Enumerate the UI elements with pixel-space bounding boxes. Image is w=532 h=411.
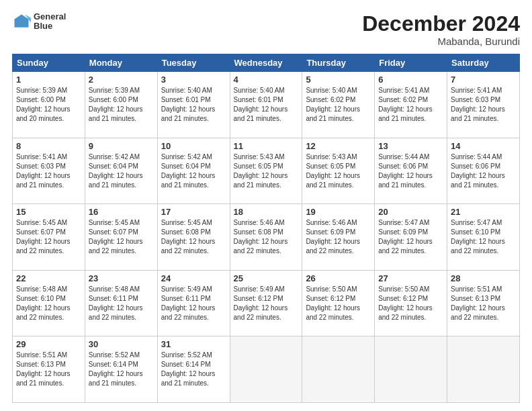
cell-info: Sunrise: 5:46 AMSunset: 6:09 PMDaylight:…: [306, 218, 371, 256]
table-row: 28Sunrise: 5:51 AMSunset: 6:13 PMDayligh…: [447, 270, 520, 336]
table-row: 26Sunrise: 5:50 AMSunset: 6:12 PMDayligh…: [302, 270, 375, 336]
day-number: 1: [16, 75, 81, 85]
calendar-week-row: 15Sunrise: 5:45 AMSunset: 6:07 PMDayligh…: [13, 204, 520, 271]
day-number: 5: [306, 75, 371, 85]
table-row: 20Sunrise: 5:47 AMSunset: 6:09 PMDayligh…: [375, 204, 447, 271]
col-sunday: Sunday: [13, 54, 85, 72]
col-wednesday: Wednesday: [230, 54, 302, 72]
table-row: 25Sunrise: 5:49 AMSunset: 6:12 PMDayligh…: [230, 270, 302, 336]
day-number: 27: [378, 273, 443, 283]
cell-info: Sunrise: 5:41 AMSunset: 6:03 PMDaylight:…: [451, 86, 516, 124]
cell-info: Sunrise: 5:43 AMSunset: 6:05 PMDaylight:…: [306, 152, 371, 190]
cell-info: Sunrise: 5:41 AMSunset: 6:02 PMDaylight:…: [378, 86, 443, 124]
logo: General Blue: [12, 12, 66, 32]
day-number: 14: [451, 141, 516, 151]
table-row: [375, 336, 447, 403]
day-number: 29: [16, 339, 81, 349]
cell-info: Sunrise: 5:51 AMSunset: 6:13 PMDaylight:…: [451, 285, 516, 322]
day-number: 22: [16, 273, 81, 283]
table-row: 8Sunrise: 5:41 AMSunset: 6:03 PMDaylight…: [13, 138, 85, 204]
logo-text: General Blue: [34, 12, 66, 32]
day-number: 20: [378, 207, 443, 217]
day-number: 7: [451, 75, 516, 85]
day-number: 25: [234, 273, 299, 283]
table-row: 14Sunrise: 5:44 AMSunset: 6:06 PMDayligh…: [447, 138, 520, 204]
calendar-week-row: 1Sunrise: 5:39 AMSunset: 6:00 PMDaylight…: [13, 72, 520, 138]
cell-info: Sunrise: 5:40 AMSunset: 6:01 PMDaylight:…: [234, 86, 299, 124]
day-number: 6: [378, 75, 443, 85]
day-number: 24: [161, 273, 226, 283]
cell-info: Sunrise: 5:52 AMSunset: 6:14 PMDaylight:…: [89, 351, 154, 388]
page: General Blue December 2024 Mabanda, Buru…: [0, 0, 532, 411]
table-row: 11Sunrise: 5:43 AMSunset: 6:05 PMDayligh…: [230, 138, 302, 204]
cell-info: Sunrise: 5:39 AMSunset: 6:00 PMDaylight:…: [16, 86, 81, 124]
col-thursday: Thursday: [302, 54, 375, 72]
table-row: 21Sunrise: 5:47 AMSunset: 6:10 PMDayligh…: [447, 204, 520, 271]
table-row: 18Sunrise: 5:46 AMSunset: 6:08 PMDayligh…: [230, 204, 302, 271]
location-subtitle: Mabanda, Burundi: [362, 36, 520, 47]
day-number: 30: [89, 339, 154, 349]
table-row: 31Sunrise: 5:52 AMSunset: 6:14 PMDayligh…: [157, 336, 230, 403]
day-number: 16: [89, 207, 154, 217]
col-friday: Friday: [375, 54, 447, 72]
table-row: 23Sunrise: 5:48 AMSunset: 6:11 PMDayligh…: [85, 270, 157, 336]
col-tuesday: Tuesday: [157, 54, 230, 72]
day-number: 4: [234, 75, 299, 85]
table-row: 10Sunrise: 5:42 AMSunset: 6:04 PMDayligh…: [157, 138, 230, 204]
cell-info: Sunrise: 5:47 AMSunset: 6:09 PMDaylight:…: [378, 218, 443, 256]
day-number: 12: [306, 141, 371, 151]
table-row: 6Sunrise: 5:41 AMSunset: 6:02 PMDaylight…: [375, 72, 447, 138]
calendar-table: Sunday Monday Tuesday Wednesday Thursday…: [12, 54, 520, 403]
cell-info: Sunrise: 5:45 AMSunset: 6:08 PMDaylight:…: [161, 218, 226, 256]
day-number: 8: [16, 141, 81, 151]
day-number: 13: [378, 141, 443, 151]
table-row: 16Sunrise: 5:45 AMSunset: 6:07 PMDayligh…: [85, 204, 157, 271]
day-number: 9: [89, 141, 154, 151]
cell-info: Sunrise: 5:41 AMSunset: 6:03 PMDaylight:…: [16, 152, 81, 190]
day-number: 11: [234, 141, 299, 151]
day-number: 23: [89, 273, 154, 283]
table-row: 4Sunrise: 5:40 AMSunset: 6:01 PMDaylight…: [230, 72, 302, 138]
cell-info: Sunrise: 5:46 AMSunset: 6:08 PMDaylight:…: [234, 218, 299, 256]
cell-info: Sunrise: 5:50 AMSunset: 6:12 PMDaylight:…: [306, 285, 371, 322]
table-row: 19Sunrise: 5:46 AMSunset: 6:09 PMDayligh…: [302, 204, 375, 271]
day-number: 26: [306, 273, 371, 283]
calendar-week-row: 22Sunrise: 5:48 AMSunset: 6:10 PMDayligh…: [13, 270, 520, 336]
table-row: 12Sunrise: 5:43 AMSunset: 6:05 PMDayligh…: [302, 138, 375, 204]
day-number: 17: [161, 207, 226, 217]
day-number: 28: [451, 273, 516, 283]
table-row: 5Sunrise: 5:40 AMSunset: 6:02 PMDaylight…: [302, 72, 375, 138]
day-number: 21: [451, 207, 516, 217]
cell-info: Sunrise: 5:50 AMSunset: 6:12 PMDaylight:…: [378, 285, 443, 322]
cell-info: Sunrise: 5:47 AMSunset: 6:10 PMDaylight:…: [451, 218, 516, 256]
calendar-header-row: Sunday Monday Tuesday Wednesday Thursday…: [13, 54, 520, 72]
day-number: 10: [161, 141, 226, 151]
day-number: 19: [306, 207, 371, 217]
logo-icon: [12, 12, 31, 31]
cell-info: Sunrise: 5:48 AMSunset: 6:10 PMDaylight:…: [16, 285, 81, 322]
day-number: 15: [16, 207, 81, 217]
cell-info: Sunrise: 5:42 AMSunset: 6:04 PMDaylight:…: [89, 152, 154, 190]
table-row: 22Sunrise: 5:48 AMSunset: 6:10 PMDayligh…: [13, 270, 85, 336]
table-row: 1Sunrise: 5:39 AMSunset: 6:00 PMDaylight…: [13, 72, 85, 138]
table-row: [302, 336, 375, 403]
title-block: December 2024 Mabanda, Burundi: [362, 12, 520, 47]
table-row: [230, 336, 302, 403]
day-number: 31: [161, 339, 226, 349]
cell-info: Sunrise: 5:42 AMSunset: 6:04 PMDaylight:…: [161, 152, 226, 190]
table-row: 29Sunrise: 5:51 AMSunset: 6:13 PMDayligh…: [13, 336, 85, 403]
cell-info: Sunrise: 5:51 AMSunset: 6:13 PMDaylight:…: [16, 351, 81, 388]
day-number: 18: [234, 207, 299, 217]
table-row: 24Sunrise: 5:49 AMSunset: 6:11 PMDayligh…: [157, 270, 230, 336]
cell-info: Sunrise: 5:43 AMSunset: 6:05 PMDaylight:…: [234, 152, 299, 190]
cell-info: Sunrise: 5:44 AMSunset: 6:06 PMDaylight:…: [451, 152, 516, 190]
cell-info: Sunrise: 5:45 AMSunset: 6:07 PMDaylight:…: [16, 218, 81, 256]
table-row: 2Sunrise: 5:39 AMSunset: 6:00 PMDaylight…: [85, 72, 157, 138]
cell-info: Sunrise: 5:49 AMSunset: 6:11 PMDaylight:…: [161, 285, 226, 322]
cell-info: Sunrise: 5:48 AMSunset: 6:11 PMDaylight:…: [89, 285, 154, 322]
table-row: 15Sunrise: 5:45 AMSunset: 6:07 PMDayligh…: [13, 204, 85, 271]
cell-info: Sunrise: 5:44 AMSunset: 6:06 PMDaylight:…: [378, 152, 443, 190]
col-saturday: Saturday: [447, 54, 520, 72]
cell-info: Sunrise: 5:52 AMSunset: 6:14 PMDaylight:…: [161, 351, 226, 388]
table-row: [447, 336, 520, 403]
